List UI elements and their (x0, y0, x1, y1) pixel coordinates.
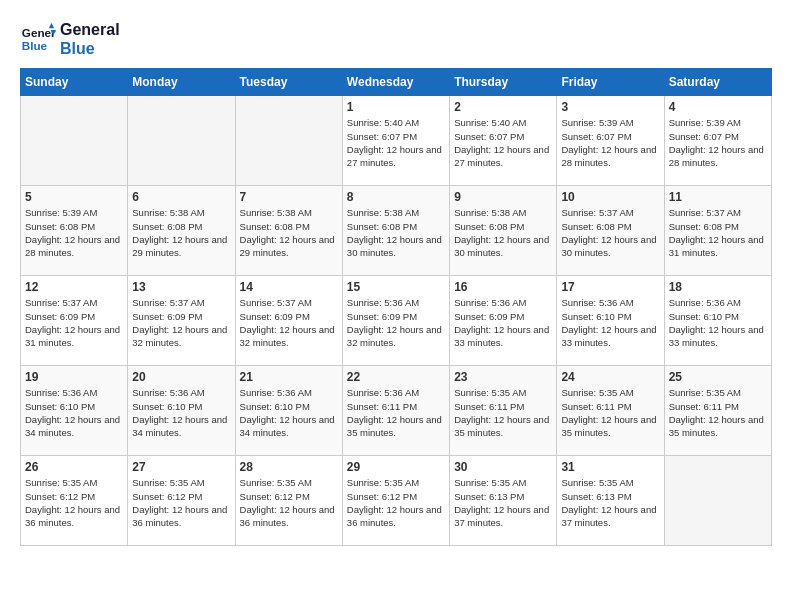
calendar-cell: 29Sunrise: 5:35 AMSunset: 6:12 PMDayligh… (342, 456, 449, 546)
calendar-cell (235, 96, 342, 186)
calendar-cell (128, 96, 235, 186)
day-number: 30 (454, 460, 552, 474)
calendar-cell: 12Sunrise: 5:37 AMSunset: 6:09 PMDayligh… (21, 276, 128, 366)
day-number: 6 (132, 190, 230, 204)
calendar-cell: 17Sunrise: 5:36 AMSunset: 6:10 PMDayligh… (557, 276, 664, 366)
logo: General Blue General Blue (20, 20, 120, 58)
day-number: 23 (454, 370, 552, 384)
calendar-table: SundayMondayTuesdayWednesdayThursdayFrid… (20, 68, 772, 546)
calendar-cell: 22Sunrise: 5:36 AMSunset: 6:11 PMDayligh… (342, 366, 449, 456)
day-number: 28 (240, 460, 338, 474)
logo-general: General (60, 20, 120, 39)
day-info: Sunrise: 5:35 AMSunset: 6:12 PMDaylight:… (25, 476, 123, 529)
day-info: Sunrise: 5:38 AMSunset: 6:08 PMDaylight:… (347, 206, 445, 259)
page-header: General Blue General Blue (20, 20, 772, 58)
day-info: Sunrise: 5:38 AMSunset: 6:08 PMDaylight:… (454, 206, 552, 259)
day-info: Sunrise: 5:39 AMSunset: 6:08 PMDaylight:… (25, 206, 123, 259)
day-number: 17 (561, 280, 659, 294)
calendar-cell: 30Sunrise: 5:35 AMSunset: 6:13 PMDayligh… (450, 456, 557, 546)
day-info: Sunrise: 5:37 AMSunset: 6:09 PMDaylight:… (132, 296, 230, 349)
day-info: Sunrise: 5:40 AMSunset: 6:07 PMDaylight:… (454, 116, 552, 169)
calendar-week-row: 19Sunrise: 5:36 AMSunset: 6:10 PMDayligh… (21, 366, 772, 456)
day-info: Sunrise: 5:36 AMSunset: 6:10 PMDaylight:… (669, 296, 767, 349)
day-info: Sunrise: 5:35 AMSunset: 6:11 PMDaylight:… (454, 386, 552, 439)
day-number: 2 (454, 100, 552, 114)
calendar-cell: 28Sunrise: 5:35 AMSunset: 6:12 PMDayligh… (235, 456, 342, 546)
calendar-cell: 3Sunrise: 5:39 AMSunset: 6:07 PMDaylight… (557, 96, 664, 186)
day-info: Sunrise: 5:36 AMSunset: 6:10 PMDaylight:… (25, 386, 123, 439)
day-number: 7 (240, 190, 338, 204)
day-info: Sunrise: 5:37 AMSunset: 6:09 PMDaylight:… (25, 296, 123, 349)
day-number: 15 (347, 280, 445, 294)
calendar-cell: 19Sunrise: 5:36 AMSunset: 6:10 PMDayligh… (21, 366, 128, 456)
col-header-friday: Friday (557, 69, 664, 96)
day-info: Sunrise: 5:35 AMSunset: 6:12 PMDaylight:… (132, 476, 230, 529)
calendar-week-row: 1Sunrise: 5:40 AMSunset: 6:07 PMDaylight… (21, 96, 772, 186)
day-info: Sunrise: 5:37 AMSunset: 6:08 PMDaylight:… (669, 206, 767, 259)
calendar-cell: 4Sunrise: 5:39 AMSunset: 6:07 PMDaylight… (664, 96, 771, 186)
day-number: 27 (132, 460, 230, 474)
day-number: 25 (669, 370, 767, 384)
calendar-cell: 1Sunrise: 5:40 AMSunset: 6:07 PMDaylight… (342, 96, 449, 186)
day-number: 14 (240, 280, 338, 294)
day-number: 22 (347, 370, 445, 384)
calendar-cell: 23Sunrise: 5:35 AMSunset: 6:11 PMDayligh… (450, 366, 557, 456)
day-number: 26 (25, 460, 123, 474)
day-info: Sunrise: 5:36 AMSunset: 6:11 PMDaylight:… (347, 386, 445, 439)
day-number: 8 (347, 190, 445, 204)
calendar-cell: 5Sunrise: 5:39 AMSunset: 6:08 PMDaylight… (21, 186, 128, 276)
calendar-cell: 14Sunrise: 5:37 AMSunset: 6:09 PMDayligh… (235, 276, 342, 366)
day-info: Sunrise: 5:35 AMSunset: 6:12 PMDaylight:… (347, 476, 445, 529)
day-number: 12 (25, 280, 123, 294)
day-info: Sunrise: 5:36 AMSunset: 6:10 PMDaylight:… (132, 386, 230, 439)
svg-text:Blue: Blue (22, 39, 48, 52)
calendar-cell: 8Sunrise: 5:38 AMSunset: 6:08 PMDaylight… (342, 186, 449, 276)
calendar-cell: 26Sunrise: 5:35 AMSunset: 6:12 PMDayligh… (21, 456, 128, 546)
calendar-week-row: 5Sunrise: 5:39 AMSunset: 6:08 PMDaylight… (21, 186, 772, 276)
day-info: Sunrise: 5:40 AMSunset: 6:07 PMDaylight:… (347, 116, 445, 169)
logo-blue: Blue (60, 39, 120, 58)
day-info: Sunrise: 5:39 AMSunset: 6:07 PMDaylight:… (669, 116, 767, 169)
day-number: 5 (25, 190, 123, 204)
col-header-thursday: Thursday (450, 69, 557, 96)
day-number: 13 (132, 280, 230, 294)
col-header-wednesday: Wednesday (342, 69, 449, 96)
calendar-cell: 2Sunrise: 5:40 AMSunset: 6:07 PMDaylight… (450, 96, 557, 186)
day-info: Sunrise: 5:35 AMSunset: 6:11 PMDaylight:… (561, 386, 659, 439)
calendar-cell: 21Sunrise: 5:36 AMSunset: 6:10 PMDayligh… (235, 366, 342, 456)
day-info: Sunrise: 5:37 AMSunset: 6:08 PMDaylight:… (561, 206, 659, 259)
day-info: Sunrise: 5:36 AMSunset: 6:09 PMDaylight:… (347, 296, 445, 349)
day-number: 21 (240, 370, 338, 384)
calendar-week-row: 26Sunrise: 5:35 AMSunset: 6:12 PMDayligh… (21, 456, 772, 546)
calendar-cell: 11Sunrise: 5:37 AMSunset: 6:08 PMDayligh… (664, 186, 771, 276)
calendar-cell (664, 456, 771, 546)
col-header-tuesday: Tuesday (235, 69, 342, 96)
col-header-saturday: Saturday (664, 69, 771, 96)
calendar-cell: 10Sunrise: 5:37 AMSunset: 6:08 PMDayligh… (557, 186, 664, 276)
day-info: Sunrise: 5:35 AMSunset: 6:12 PMDaylight:… (240, 476, 338, 529)
calendar-week-row: 12Sunrise: 5:37 AMSunset: 6:09 PMDayligh… (21, 276, 772, 366)
calendar-cell: 25Sunrise: 5:35 AMSunset: 6:11 PMDayligh… (664, 366, 771, 456)
calendar-cell: 15Sunrise: 5:36 AMSunset: 6:09 PMDayligh… (342, 276, 449, 366)
day-info: Sunrise: 5:36 AMSunset: 6:10 PMDaylight:… (561, 296, 659, 349)
day-number: 16 (454, 280, 552, 294)
calendar-cell: 13Sunrise: 5:37 AMSunset: 6:09 PMDayligh… (128, 276, 235, 366)
calendar-cell (21, 96, 128, 186)
day-info: Sunrise: 5:38 AMSunset: 6:08 PMDaylight:… (132, 206, 230, 259)
day-number: 29 (347, 460, 445, 474)
day-info: Sunrise: 5:36 AMSunset: 6:10 PMDaylight:… (240, 386, 338, 439)
day-info: Sunrise: 5:38 AMSunset: 6:08 PMDaylight:… (240, 206, 338, 259)
day-info: Sunrise: 5:35 AMSunset: 6:13 PMDaylight:… (561, 476, 659, 529)
day-number: 31 (561, 460, 659, 474)
day-info: Sunrise: 5:35 AMSunset: 6:11 PMDaylight:… (669, 386, 767, 439)
day-info: Sunrise: 5:37 AMSunset: 6:09 PMDaylight:… (240, 296, 338, 349)
calendar-cell: 16Sunrise: 5:36 AMSunset: 6:09 PMDayligh… (450, 276, 557, 366)
calendar-cell: 6Sunrise: 5:38 AMSunset: 6:08 PMDaylight… (128, 186, 235, 276)
day-number: 3 (561, 100, 659, 114)
col-header-sunday: Sunday (21, 69, 128, 96)
calendar-cell: 27Sunrise: 5:35 AMSunset: 6:12 PMDayligh… (128, 456, 235, 546)
day-number: 11 (669, 190, 767, 204)
day-number: 4 (669, 100, 767, 114)
calendar-cell: 7Sunrise: 5:38 AMSunset: 6:08 PMDaylight… (235, 186, 342, 276)
col-header-monday: Monday (128, 69, 235, 96)
